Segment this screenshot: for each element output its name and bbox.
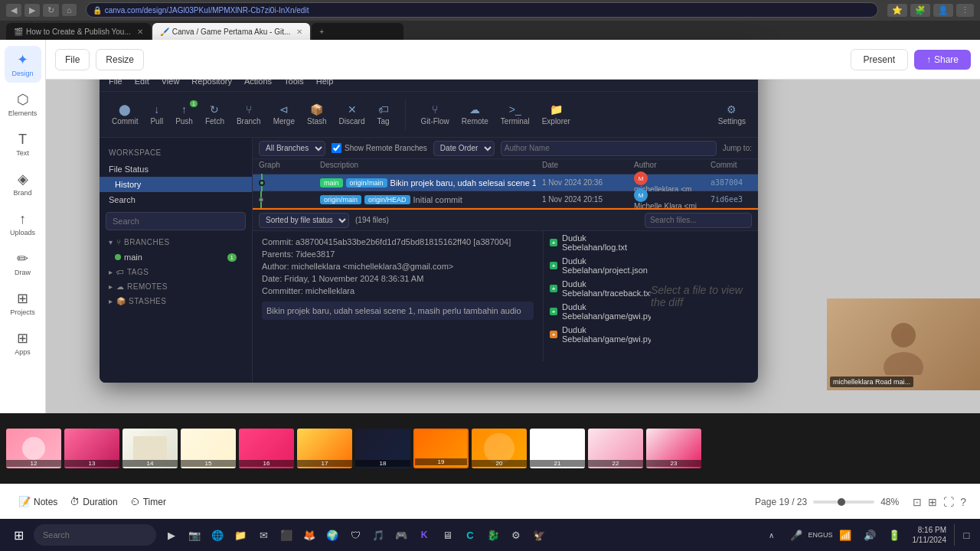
remotes-header[interactable]: ▸ ☁ REMOTES: [100, 279, 252, 294]
sidebar-item-apps[interactable]: ⊞ Apps: [5, 324, 41, 361]
taskbar-monitor[interactable]: 🖥: [436, 524, 458, 546]
show-desktop[interactable]: □: [954, 524, 975, 546]
zoom-thumb[interactable]: [838, 498, 845, 506]
taskbar-dragon[interactable]: 🐉: [482, 524, 504, 546]
sidebar-search[interactable]: Search: [100, 192, 252, 207]
share-button[interactable]: ↑ Share: [914, 50, 971, 70]
branch-button[interactable]: ⑂ Branch: [237, 103, 261, 126]
remote-button[interactable]: ☁ Remote: [462, 103, 488, 126]
tray-volume[interactable]: 🔊: [859, 524, 880, 546]
tab2-close[interactable]: ✕: [296, 28, 302, 36]
duration-button[interactable]: ⏱ Duration: [64, 493, 123, 510]
stashes-header[interactable]: ▸ 📦 STASHES: [100, 294, 252, 308]
discard-button[interactable]: ✕ Discard: [339, 103, 365, 126]
taskbar-kotlin[interactable]: K: [413, 524, 435, 546]
menu-button[interactable]: ⋮: [956, 4, 974, 17]
taskbar-shield[interactable]: 🛡: [345, 524, 366, 546]
slide-thumb-22[interactable]: 22: [588, 429, 643, 468]
file-item-2[interactable]: + Duduk Sebelahan/project.json: [544, 254, 651, 277]
taskbar-feather[interactable]: 🦅: [528, 524, 550, 546]
slide-thumb-20[interactable]: 20: [472, 429, 527, 468]
tray-network[interactable]: 📶: [835, 524, 856, 546]
taskbar-terminal[interactable]: ⬛: [276, 524, 297, 546]
file-menu-button[interactable]: File: [55, 49, 90, 70]
file-item-4[interactable]: + Duduk Sebelahan/game/gwi.py: [544, 300, 651, 323]
branch-filter-select[interactable]: All Branches: [259, 141, 325, 156]
tray-mic[interactable]: 🎤: [786, 524, 807, 546]
search-files-input[interactable]: [645, 213, 752, 228]
merge-button[interactable]: ⊲ Merge: [273, 103, 295, 126]
slide-thumb-12[interactable]: 12: [6, 429, 61, 468]
branch-main[interactable]: main 1: [100, 249, 252, 265]
date-order-select[interactable]: Date Order: [433, 141, 495, 156]
file-item-5[interactable]: + Duduk Sebelahan/game/gwi.py.1.bak: [544, 323, 651, 346]
profile-button[interactable]: 👤: [933, 4, 953, 17]
back-button[interactable]: ◀: [6, 4, 21, 17]
sidebar-file-status[interactable]: File Status: [100, 161, 252, 177]
sidebar-item-projects[interactable]: ⊞ Projects: [5, 285, 41, 321]
sidebar-history[interactable]: History: [100, 177, 252, 192]
extensions-button[interactable]: 🧩: [910, 4, 930, 17]
file-item-3[interactable]: + Duduk Sebelahan/traceback.txt: [544, 277, 651, 300]
taskbar-firefox[interactable]: 🦊: [299, 524, 320, 546]
help-icon[interactable]: ?: [959, 494, 968, 510]
commit-row-2[interactable]: origin/main origin/HEAD Initial commit 1…: [253, 191, 758, 208]
taskbar-chrome[interactable]: 🌐: [207, 524, 228, 546]
slide-thumb-21[interactable]: 21: [530, 429, 585, 468]
stash-button[interactable]: 📦 Stash: [307, 103, 327, 126]
home-button[interactable]: ⌂: [62, 4, 77, 16]
fullscreen-icon[interactable]: ⛶: [942, 494, 956, 510]
sidebar-item-uploads[interactable]: ↑ Uploads: [5, 205, 41, 242]
timer-button[interactable]: ⏲ Timer: [124, 493, 172, 510]
forward-button[interactable]: ▶: [24, 4, 40, 17]
notes-button[interactable]: 📝 Notes: [12, 493, 64, 510]
gitflow-button[interactable]: ⑂ Git-Flow: [421, 103, 449, 126]
tab1-close[interactable]: ✕: [137, 28, 143, 36]
show-remote-checkbox[interactable]: Show Remote Branches: [332, 143, 427, 153]
grid-view-icon[interactable]: ⊞: [926, 494, 939, 510]
slide-thumb-15[interactable]: 15: [181, 429, 236, 468]
sidebar-item-brand[interactable]: ◈ Brand: [5, 165, 41, 202]
sidebar-item-draw[interactable]: ✏ Draw: [5, 245, 41, 282]
taskbar-earth[interactable]: 🌍: [322, 524, 343, 546]
tray-expand[interactable]: ∧: [761, 524, 782, 546]
taskbar-instagram[interactable]: 📷: [184, 524, 205, 546]
file-item-1[interactable]: + Duduk Sebelahan/log.txt: [544, 231, 651, 254]
taskbar-files[interactable]: 📁: [230, 524, 251, 546]
sidebar-item-text[interactable]: T Text: [5, 126, 41, 162]
slide-thumb-19[interactable]: 19: [413, 429, 469, 468]
sidebar-item-elements[interactable]: ⬡ Elements: [5, 86, 41, 122]
branches-header[interactable]: ▾ ⑂ BRANCHES: [100, 235, 252, 249]
pull-button[interactable]: ↓ Pull: [150, 103, 163, 126]
terminal-button[interactable]: >_ Terminal: [501, 103, 530, 126]
slide-thumb-14[interactable]: 14: [122, 429, 178, 468]
sidebar-item-design[interactable]: ✦ Design: [5, 46, 41, 83]
fetch-button[interactable]: ↻ Fetch: [205, 103, 224, 126]
settings-button[interactable]: ⚙ Settings: [718, 103, 746, 126]
slide-thumb-16[interactable]: 16: [239, 429, 294, 468]
browser-tab-new[interactable]: +: [312, 23, 403, 40]
taskbar-music[interactable]: 🎵: [368, 524, 389, 546]
tags-header[interactable]: ▸ 🏷 TAGS: [100, 265, 252, 279]
tray-battery[interactable]: 🔋: [884, 524, 905, 546]
taskbar-canva[interactable]: C: [459, 524, 481, 546]
explorer-button[interactable]: 📁 Explorer: [542, 103, 570, 126]
slide-thumb-13[interactable]: 13: [64, 429, 119, 468]
push-button[interactable]: ↑ 1 Push: [175, 103, 193, 126]
slide-thumb-23[interactable]: 23: [646, 429, 701, 468]
taskbar-search-input[interactable]: [34, 524, 156, 546]
new-tab-button[interactable]: +: [319, 28, 324, 36]
tray-lang[interactable]: ENGUS: [810, 524, 831, 546]
single-view-icon[interactable]: ⊡: [911, 494, 923, 510]
zoom-slider[interactable]: [813, 500, 874, 504]
commit-button[interactable]: ⬤ Commit: [112, 103, 138, 126]
author-filter-input[interactable]: [501, 141, 717, 156]
resize-button[interactable]: Resize: [96, 49, 144, 70]
bookmark-button[interactable]: ⭐: [887, 4, 907, 17]
start-button[interactable]: ⊞: [5, 521, 32, 549]
slide-thumb-18[interactable]: 18: [355, 429, 410, 468]
show-remote-input[interactable]: [332, 143, 341, 153]
sidebar-search-input[interactable]: [106, 212, 246, 230]
refresh-button[interactable]: ↻: [43, 4, 59, 17]
system-clock[interactable]: 8:16 PM 1/11/2024: [908, 525, 952, 545]
